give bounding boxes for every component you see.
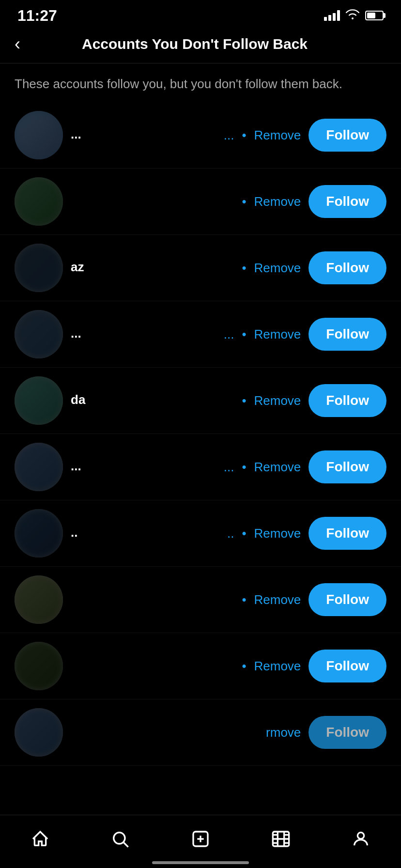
account-actions: • Remove Follow (242, 650, 386, 682)
account-info (71, 665, 234, 667)
nav-search[interactable] (97, 825, 143, 853)
status-time: 11:27 (17, 7, 57, 25)
home-icon (29, 828, 51, 850)
avatar (15, 509, 63, 558)
account-name: ... (71, 459, 216, 474)
avatar (15, 244, 63, 292)
separator: • (242, 327, 246, 342)
follow-button[interactable]: Follow (308, 384, 386, 417)
nav-profile[interactable] (338, 825, 384, 853)
account-actions: ... • Remove Follow (224, 318, 386, 351)
nav-add[interactable] (178, 825, 223, 853)
separator: • (242, 526, 246, 541)
account-name: ... (71, 127, 216, 142)
page-subtitle: These accounts follow you, but you don't… (0, 63, 401, 102)
account-info: da (71, 392, 234, 409)
account-actions: ... • Remove Follow (224, 450, 386, 483)
list-item: • Remove Follow (0, 169, 401, 235)
dots: ... (224, 327, 234, 342)
header: ‹ Accounts You Don't Follow Back (0, 29, 401, 63)
remove-button[interactable]: Remove (254, 327, 301, 342)
account-actions: • Remove Follow (242, 583, 386, 616)
account-actions: • Remove Follow (242, 185, 386, 218)
signal-icon (324, 10, 340, 21)
avatar (15, 575, 63, 624)
remove-button[interactable]: Remove (254, 592, 301, 607)
separator: • (242, 460, 246, 475)
add-icon (189, 828, 212, 850)
nav-home[interactable] (17, 825, 63, 853)
remove-button-partial[interactable]: rmove (266, 725, 301, 740)
reels-icon (270, 828, 292, 850)
status-bar: 11:27 (0, 0, 401, 29)
nav-reels[interactable] (258, 825, 304, 853)
remove-button[interactable]: Remove (254, 393, 301, 408)
follow-button[interactable]: Follow (308, 583, 386, 616)
account-actions: • Remove Follow (242, 384, 386, 417)
remove-button[interactable]: Remove (254, 261, 301, 276)
avatar (15, 642, 63, 690)
account-info: ... (71, 326, 216, 343)
separator: • (242, 261, 246, 276)
svg-line-1 (124, 842, 128, 847)
remove-button[interactable]: Remove (254, 128, 301, 143)
list-item: ... ... • Remove Follow (0, 102, 401, 169)
follow-button[interactable]: Follow (308, 185, 386, 218)
search-icon (109, 828, 131, 850)
follow-button[interactable]: Follow (308, 517, 386, 550)
home-indicator (152, 861, 249, 864)
dots: ... (224, 460, 234, 475)
remove-button[interactable]: Remove (254, 659, 301, 674)
separator: • (242, 393, 246, 408)
follow-button[interactable]: Follow (308, 318, 386, 351)
dots: .. (227, 526, 234, 541)
svg-point-0 (114, 832, 125, 843)
account-name: .. (71, 525, 219, 540)
back-button[interactable]: ‹ (15, 34, 20, 54)
account-name: ... (71, 326, 216, 341)
account-info: ... (71, 459, 216, 476)
list-item: az • Remove Follow (0, 235, 401, 301)
account-info: az (71, 260, 234, 277)
follow-button[interactable]: Follow (308, 716, 386, 749)
account-name: az (71, 260, 234, 275)
account-actions: rmove Follow (266, 716, 386, 749)
list-item: • Remove Follow (0, 633, 401, 699)
svg-point-6 (358, 832, 364, 838)
dots: ... (224, 128, 234, 143)
list-item: • Remove Follow (0, 567, 401, 633)
battery-icon (365, 11, 384, 20)
account-list: ... ... • Remove Follow • Remove Fol (0, 102, 401, 766)
account-info: ... (71, 127, 216, 144)
list-item: .. .. • Remove Follow (0, 500, 401, 567)
separator: • (242, 592, 246, 607)
list-item: rmove Follow (0, 699, 401, 766)
list-item: ... ... • Remove Follow (0, 301, 401, 368)
separator: • (242, 194, 246, 209)
avatar (15, 708, 63, 757)
account-info: .. (71, 525, 219, 542)
follow-button[interactable]: Follow (308, 119, 386, 152)
remove-button[interactable]: Remove (254, 460, 301, 475)
account-name: da (71, 392, 234, 407)
remove-button[interactable]: Remove (254, 526, 301, 541)
list-item: ... ... • Remove Follow (0, 434, 401, 500)
bottom-nav (0, 815, 401, 868)
page-title: Accounts You Don't Follow Back (30, 36, 359, 52)
separator: • (242, 128, 246, 143)
follow-button[interactable]: Follow (308, 450, 386, 483)
remove-button[interactable]: Remove (254, 194, 301, 209)
avatar (15, 111, 63, 159)
list-item: da • Remove Follow (0, 368, 401, 434)
avatar (15, 376, 63, 425)
account-actions: ... • Remove Follow (224, 119, 386, 152)
status-icons (324, 9, 384, 22)
follow-button[interactable]: Follow (308, 251, 386, 284)
follow-button[interactable]: Follow (308, 650, 386, 682)
avatar (15, 443, 63, 491)
account-info (71, 201, 234, 202)
wifi-icon (346, 9, 359, 22)
account-actions: .. • Remove Follow (227, 517, 386, 550)
account-info (71, 599, 234, 601)
avatar (15, 310, 63, 358)
